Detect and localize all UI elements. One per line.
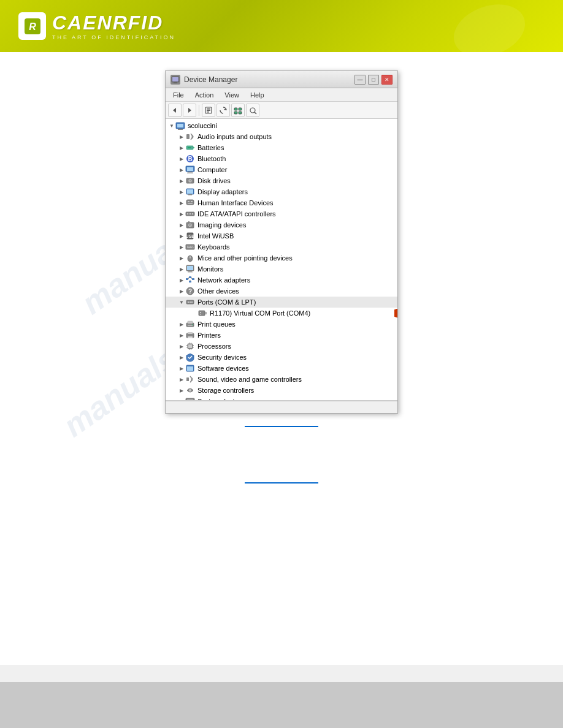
toolbar-sep-1 <box>199 105 199 116</box>
tree-item-audio[interactable]: ▶ Audio inputs and outputs <box>166 131 397 142</box>
svg-rect-23 <box>193 147 194 148</box>
svg-point-16 <box>250 108 255 113</box>
logo-container: R CAENRFID THE ART OF IDENTIFICATION <box>18 12 175 40</box>
menu-view[interactable]: View <box>220 90 244 100</box>
mice-label: Mice and other pointing devices <box>197 254 293 262</box>
mice-icon <box>185 253 195 263</box>
svg-rect-9 <box>207 110 210 111</box>
svg-rect-63 <box>187 266 193 270</box>
back-button[interactable] <box>168 104 182 117</box>
batteries-expand: ▶ <box>178 144 185 151</box>
svg-rect-67 <box>189 276 191 278</box>
svg-rect-68 <box>192 278 194 280</box>
storage-label: Storage controllers <box>197 387 254 394</box>
tree-item-disk[interactable]: ▶ Disk drives <box>166 175 397 186</box>
system-icon <box>185 396 195 401</box>
svg-marker-5 <box>173 108 176 113</box>
logo-main-text: CAENRFID <box>52 12 175 34</box>
tree-item-batteries[interactable]: ▶ Batteries <box>166 142 397 153</box>
svg-rect-103 <box>187 366 193 371</box>
computer-label: Computer <box>197 166 227 173</box>
tree-content[interactable]: ▼ scoluccini ▶ <box>166 119 397 401</box>
network-label: Network adapters <box>197 276 250 284</box>
svg-rect-51 <box>186 245 194 249</box>
tree-item-display[interactable]: ▶ Display adapters <box>166 186 397 197</box>
tree-item-software[interactable]: ▶ Software devices <box>166 363 397 374</box>
com-port-row: ▶ R1170) Virtual COM Port (COM4) <box>166 308 397 319</box>
tree-item-hid[interactable]: ▶ Human Interface Devices <box>166 197 397 208</box>
menu-action[interactable]: Action <box>190 90 219 100</box>
display-expand: ▶ <box>178 188 185 195</box>
update-button[interactable] <box>216 104 230 117</box>
tree-item-printers[interactable]: ▶ Printers <box>166 330 397 341</box>
software-label: Software devices <box>197 365 249 372</box>
svg-rect-54 <box>190 246 191 247</box>
tree-item-bluetooth[interactable]: ▶ B Bluetooth <box>166 153 397 164</box>
svg-rect-38 <box>188 201 190 202</box>
tree-item-ide[interactable]: ▶ IDE ATA/ATAPI controllers <box>166 208 397 219</box>
svg-rect-20 <box>178 129 183 130</box>
tree-item-printq[interactable]: ▶ Print queues <box>166 319 397 330</box>
tree-item-system[interactable]: ▶ System devices <box>166 396 397 401</box>
main-content: manualshive.com manualshive.com Device M… <box>0 52 563 665</box>
processors-icon <box>185 341 195 351</box>
restore-button[interactable]: □ <box>368 75 379 85</box>
root-icon <box>175 121 185 131</box>
svg-text:B: B <box>188 156 192 162</box>
tree-item-imaging[interactable]: ▶ Imaging devices <box>166 219 397 230</box>
window-title-left: Device Manager <box>170 75 237 85</box>
svg-rect-10 <box>207 112 209 113</box>
tree-item-ports[interactable]: ▼ Ports (COM & LPT) <box>166 297 397 308</box>
tree-item-computer[interactable]: ▶ Computer <box>166 164 397 175</box>
svg-rect-30 <box>187 173 193 174</box>
tree-root[interactable]: ▼ scoluccini <box>166 120 397 131</box>
show-hidden-button[interactable] <box>231 104 245 117</box>
security-label: Security devices <box>197 354 247 361</box>
tree-item-processors[interactable]: ▶ Processors <box>166 341 397 352</box>
bluetooth-expand: ▶ <box>178 155 185 162</box>
svg-rect-100 <box>189 349 190 350</box>
svg-rect-66 <box>186 278 188 280</box>
properties-button[interactable] <box>202 104 215 117</box>
close-button[interactable]: ✕ <box>381 75 393 85</box>
sound-label: Sound, video and game controllers <box>197 376 302 383</box>
tree-item-monitors[interactable]: ▶ Monitors <box>166 264 397 275</box>
tree-item-intel[interactable]: ▶ USB Intel WiUSB <box>166 230 397 241</box>
svg-rect-24 <box>188 147 191 148</box>
svg-rect-64 <box>188 271 192 272</box>
svg-rect-14 <box>234 112 237 114</box>
link-line-2[interactable] <box>245 482 318 483</box>
network-expand: ▶ <box>178 276 185 284</box>
svg-point-33 <box>190 180 191 181</box>
keyboards-label: Keyboards <box>197 243 230 251</box>
svg-rect-37 <box>186 200 194 205</box>
extra-button[interactable] <box>246 104 259 117</box>
tree-item-keyboards[interactable]: ▶ Keyboards <box>166 241 397 252</box>
svg-point-47 <box>190 225 191 226</box>
svg-rect-101 <box>191 349 191 350</box>
other-expand: ▶ <box>178 287 185 295</box>
hid-label: Human Interface Devices <box>197 199 274 207</box>
tree-item-com4[interactable]: ▶ R1170) Virtual COM Port (COM4) <box>166 308 397 319</box>
svg-rect-4 <box>172 77 178 82</box>
minimize-button[interactable]: — <box>354 75 366 85</box>
svg-rect-94 <box>186 345 188 346</box>
imaging-icon <box>185 220 195 230</box>
link-line-1[interactable] <box>245 426 318 427</box>
tree-item-other[interactable]: ▶ ? Other devices <box>166 286 397 297</box>
tree-item-storage[interactable]: ▶ Storage controllers <box>166 385 397 396</box>
tree-item-security[interactable]: ▶ Security devices <box>166 352 397 363</box>
audio-label: Audio inputs and outputs <box>197 133 272 140</box>
svg-rect-39 <box>191 201 193 202</box>
tree-item-mice[interactable]: ▶ Mice and other pointing devices <box>166 252 397 264</box>
menu-file[interactable]: File <box>168 90 189 100</box>
intel-icon: USB <box>185 231 195 241</box>
tree-item-sound[interactable]: ▶ Sound, video and game controllers <box>166 374 397 385</box>
monitors-expand: ▶ <box>178 265 185 273</box>
svg-point-88 <box>192 324 193 325</box>
forward-button[interactable] <box>183 104 196 117</box>
tree-item-network[interactable]: ▶ Network adapters <box>166 275 397 286</box>
menu-help[interactable]: Help <box>245 90 269 100</box>
svg-rect-56 <box>187 248 188 249</box>
keyboards-expand: ▶ <box>178 243 185 251</box>
